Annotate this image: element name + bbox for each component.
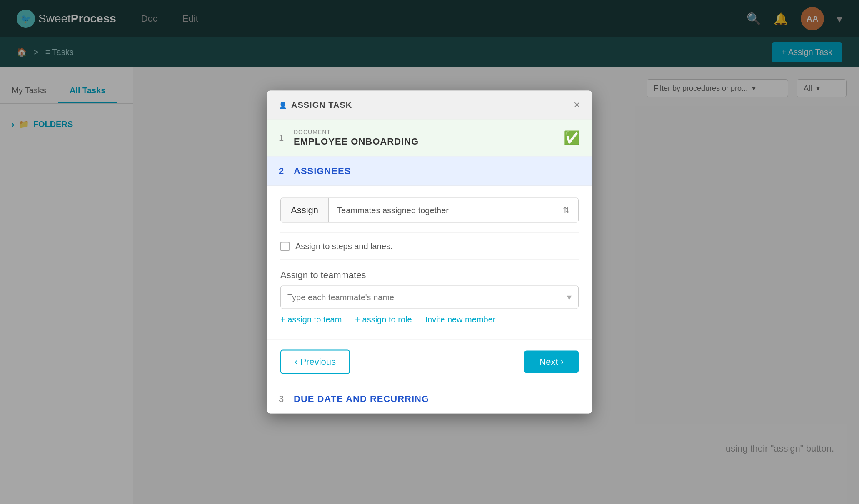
- link-row: + assign to team + assign to role Invite…: [280, 315, 579, 324]
- modal-body: Assign Teammates assigned together ⇅ Ass…: [267, 186, 592, 339]
- assign-teammates-label: Assign to teammates: [280, 270, 579, 281]
- step2-number: 2: [279, 166, 294, 177]
- assign-steps-label: Assign to steps and lanes.: [295, 242, 392, 251]
- assign-row: Assign Teammates assigned together ⇅: [280, 198, 579, 223]
- assign-label: Assign: [281, 198, 329, 222]
- assign-steps-checkbox[interactable]: [280, 242, 290, 251]
- step3-row: 3 DUE DATE AND RECURRING: [267, 384, 592, 414]
- sort-icon: ⇅: [563, 205, 570, 215]
- assign-select[interactable]: Teammates assigned together ⇅: [329, 198, 578, 222]
- previous-button[interactable]: ‹ Previous: [280, 350, 350, 374]
- assign-to-role-button[interactable]: + assign to role: [355, 315, 412, 324]
- assign-task-modal: 👤 ASSIGN TASK × 1 DOCUMENT EMPLOYEE ONBO…: [267, 91, 592, 414]
- modal-title: ASSIGN TASK: [291, 100, 352, 110]
- invite-new-member-button[interactable]: Invite new member: [425, 315, 496, 324]
- step1-check-icon: ✅: [564, 130, 580, 146]
- teammate-input[interactable]: [287, 292, 567, 302]
- step3-content: DUE DATE AND RECURRING: [294, 394, 580, 404]
- modal-close-button[interactable]: ×: [574, 99, 580, 111]
- step1-content: DOCUMENT EMPLOYEE ONBOARDING: [294, 129, 564, 147]
- step2-title: ASSIGNEES: [294, 166, 580, 177]
- divider-2: [280, 259, 579, 260]
- step1-title: EMPLOYEE ONBOARDING: [294, 136, 564, 147]
- next-button[interactable]: Next ›: [524, 351, 579, 373]
- step1-label: DOCUMENT: [294, 129, 564, 135]
- checkbox-row: Assign to steps and lanes.: [280, 242, 579, 251]
- assign-select-text: Teammates assigned together: [337, 205, 449, 215]
- dropdown-arrow-icon[interactable]: ▾: [567, 292, 572, 303]
- person-icon: 👤: [279, 101, 287, 109]
- modal-footer: ‹ Previous Next ›: [267, 339, 592, 384]
- step1-row: 1 DOCUMENT EMPLOYEE ONBOARDING ✅: [267, 120, 592, 157]
- teammate-input-wrap: ▾: [280, 286, 579, 309]
- step2-content: ASSIGNEES: [294, 166, 580, 177]
- step2-row: 2 ASSIGNEES: [267, 157, 592, 186]
- modal-header: 👤 ASSIGN TASK ×: [267, 91, 592, 120]
- step1-number: 1: [279, 132, 294, 143]
- modal-title-area: 👤 ASSIGN TASK: [279, 100, 352, 110]
- assign-to-team-button[interactable]: + assign to team: [280, 315, 342, 324]
- step3-number: 3: [279, 394, 294, 404]
- divider-1: [280, 233, 579, 233]
- step3-title: DUE DATE AND RECURRING: [294, 394, 580, 404]
